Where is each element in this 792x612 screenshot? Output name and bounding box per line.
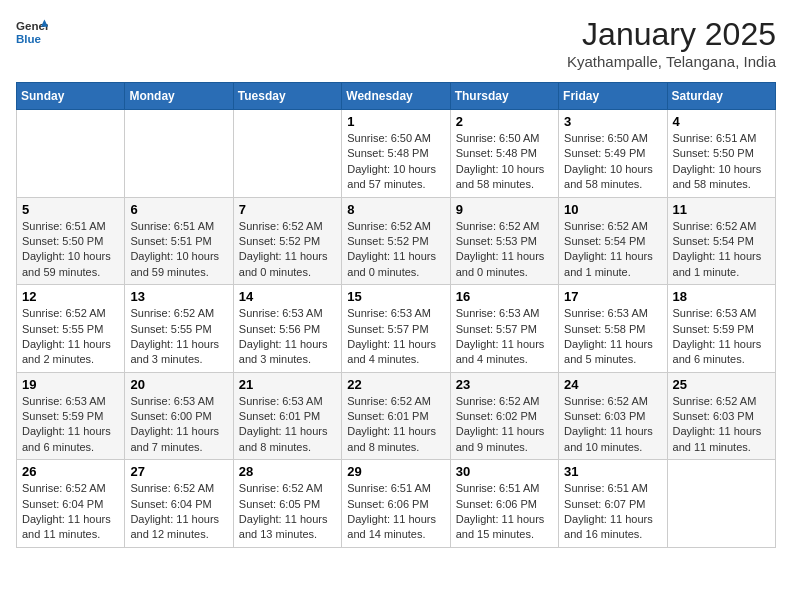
- day-info: Sunrise: 6:52 AMSunset: 6:03 PMDaylight:…: [673, 394, 770, 456]
- day-cell-23: 23Sunrise: 6:52 AMSunset: 6:02 PMDayligh…: [450, 372, 558, 460]
- day-cell-14: 14Sunrise: 6:53 AMSunset: 5:56 PMDayligh…: [233, 285, 341, 373]
- day-info: Sunrise: 6:50 AMSunset: 5:49 PMDaylight:…: [564, 131, 661, 193]
- day-info: Sunrise: 6:52 AMSunset: 6:04 PMDaylight:…: [22, 481, 119, 543]
- day-cell-15: 15Sunrise: 6:53 AMSunset: 5:57 PMDayligh…: [342, 285, 450, 373]
- svg-text:Blue: Blue: [16, 33, 42, 45]
- page-header: General Blue January 2025 Kyathampalle, …: [16, 16, 776, 70]
- day-cell-18: 18Sunrise: 6:53 AMSunset: 5:59 PMDayligh…: [667, 285, 775, 373]
- day-info: Sunrise: 6:53 AMSunset: 6:00 PMDaylight:…: [130, 394, 227, 456]
- dow-header-friday: Friday: [559, 83, 667, 110]
- day-number: 13: [130, 289, 227, 304]
- day-cell-21: 21Sunrise: 6:53 AMSunset: 6:01 PMDayligh…: [233, 372, 341, 460]
- day-info: Sunrise: 6:52 AMSunset: 6:04 PMDaylight:…: [130, 481, 227, 543]
- day-cell-16: 16Sunrise: 6:53 AMSunset: 5:57 PMDayligh…: [450, 285, 558, 373]
- day-info: Sunrise: 6:53 AMSunset: 5:57 PMDaylight:…: [347, 306, 444, 368]
- day-cell-3: 3Sunrise: 6:50 AMSunset: 5:49 PMDaylight…: [559, 110, 667, 198]
- day-info: Sunrise: 6:52 AMSunset: 5:55 PMDaylight:…: [130, 306, 227, 368]
- day-number: 31: [564, 464, 661, 479]
- day-number: 7: [239, 202, 336, 217]
- day-number: 8: [347, 202, 444, 217]
- day-info: Sunrise: 6:53 AMSunset: 5:58 PMDaylight:…: [564, 306, 661, 368]
- day-cell-7: 7Sunrise: 6:52 AMSunset: 5:52 PMDaylight…: [233, 197, 341, 285]
- day-number: 5: [22, 202, 119, 217]
- day-info: Sunrise: 6:50 AMSunset: 5:48 PMDaylight:…: [456, 131, 553, 193]
- day-info: Sunrise: 6:53 AMSunset: 6:01 PMDaylight:…: [239, 394, 336, 456]
- day-info: Sunrise: 6:51 AMSunset: 5:51 PMDaylight:…: [130, 219, 227, 281]
- day-info: Sunrise: 6:51 AMSunset: 6:06 PMDaylight:…: [347, 481, 444, 543]
- empty-cell: [233, 110, 341, 198]
- week-row-3: 12Sunrise: 6:52 AMSunset: 5:55 PMDayligh…: [17, 285, 776, 373]
- day-info: Sunrise: 6:53 AMSunset: 5:59 PMDaylight:…: [22, 394, 119, 456]
- day-info: Sunrise: 6:52 AMSunset: 5:52 PMDaylight:…: [347, 219, 444, 281]
- day-cell-28: 28Sunrise: 6:52 AMSunset: 6:05 PMDayligh…: [233, 460, 341, 548]
- dow-header-monday: Monday: [125, 83, 233, 110]
- day-info: Sunrise: 6:51 AMSunset: 6:06 PMDaylight:…: [456, 481, 553, 543]
- day-number: 11: [673, 202, 770, 217]
- day-info: Sunrise: 6:52 AMSunset: 5:54 PMDaylight:…: [564, 219, 661, 281]
- logo: General Blue: [16, 16, 48, 48]
- day-number: 4: [673, 114, 770, 129]
- day-number: 25: [673, 377, 770, 392]
- day-number: 27: [130, 464, 227, 479]
- days-of-week-row: SundayMondayTuesdayWednesdayThursdayFrid…: [17, 83, 776, 110]
- day-info: Sunrise: 6:50 AMSunset: 5:48 PMDaylight:…: [347, 131, 444, 193]
- day-cell-30: 30Sunrise: 6:51 AMSunset: 6:06 PMDayligh…: [450, 460, 558, 548]
- day-number: 9: [456, 202, 553, 217]
- day-number: 10: [564, 202, 661, 217]
- day-number: 3: [564, 114, 661, 129]
- day-cell-13: 13Sunrise: 6:52 AMSunset: 5:55 PMDayligh…: [125, 285, 233, 373]
- week-row-4: 19Sunrise: 6:53 AMSunset: 5:59 PMDayligh…: [17, 372, 776, 460]
- day-number: 15: [347, 289, 444, 304]
- dow-header-wednesday: Wednesday: [342, 83, 450, 110]
- dow-header-thursday: Thursday: [450, 83, 558, 110]
- day-cell-9: 9Sunrise: 6:52 AMSunset: 5:53 PMDaylight…: [450, 197, 558, 285]
- day-info: Sunrise: 6:51 AMSunset: 5:50 PMDaylight:…: [22, 219, 119, 281]
- day-cell-11: 11Sunrise: 6:52 AMSunset: 5:54 PMDayligh…: [667, 197, 775, 285]
- day-info: Sunrise: 6:52 AMSunset: 5:54 PMDaylight:…: [673, 219, 770, 281]
- logo-icon: General Blue: [16, 16, 48, 48]
- day-number: 14: [239, 289, 336, 304]
- day-cell-26: 26Sunrise: 6:52 AMSunset: 6:04 PMDayligh…: [17, 460, 125, 548]
- day-cell-6: 6Sunrise: 6:51 AMSunset: 5:51 PMDaylight…: [125, 197, 233, 285]
- day-cell-24: 24Sunrise: 6:52 AMSunset: 6:03 PMDayligh…: [559, 372, 667, 460]
- day-number: 24: [564, 377, 661, 392]
- day-cell-20: 20Sunrise: 6:53 AMSunset: 6:00 PMDayligh…: [125, 372, 233, 460]
- day-info: Sunrise: 6:52 AMSunset: 5:55 PMDaylight:…: [22, 306, 119, 368]
- day-cell-19: 19Sunrise: 6:53 AMSunset: 5:59 PMDayligh…: [17, 372, 125, 460]
- day-info: Sunrise: 6:53 AMSunset: 5:56 PMDaylight:…: [239, 306, 336, 368]
- day-info: Sunrise: 6:52 AMSunset: 5:53 PMDaylight:…: [456, 219, 553, 281]
- day-number: 2: [456, 114, 553, 129]
- calendar-table: SundayMondayTuesdayWednesdayThursdayFrid…: [16, 82, 776, 548]
- day-cell-22: 22Sunrise: 6:52 AMSunset: 6:01 PMDayligh…: [342, 372, 450, 460]
- week-row-1: 1Sunrise: 6:50 AMSunset: 5:48 PMDaylight…: [17, 110, 776, 198]
- day-number: 26: [22, 464, 119, 479]
- day-cell-1: 1Sunrise: 6:50 AMSunset: 5:48 PMDaylight…: [342, 110, 450, 198]
- day-number: 17: [564, 289, 661, 304]
- day-cell-31: 31Sunrise: 6:51 AMSunset: 6:07 PMDayligh…: [559, 460, 667, 548]
- day-info: Sunrise: 6:52 AMSunset: 6:03 PMDaylight:…: [564, 394, 661, 456]
- day-number: 18: [673, 289, 770, 304]
- day-number: 21: [239, 377, 336, 392]
- day-cell-5: 5Sunrise: 6:51 AMSunset: 5:50 PMDaylight…: [17, 197, 125, 285]
- day-cell-4: 4Sunrise: 6:51 AMSunset: 5:50 PMDaylight…: [667, 110, 775, 198]
- day-number: 22: [347, 377, 444, 392]
- day-info: Sunrise: 6:52 AMSunset: 6:05 PMDaylight:…: [239, 481, 336, 543]
- day-info: Sunrise: 6:52 AMSunset: 6:02 PMDaylight:…: [456, 394, 553, 456]
- day-number: 16: [456, 289, 553, 304]
- day-cell-12: 12Sunrise: 6:52 AMSunset: 5:55 PMDayligh…: [17, 285, 125, 373]
- day-number: 28: [239, 464, 336, 479]
- day-number: 6: [130, 202, 227, 217]
- day-info: Sunrise: 6:53 AMSunset: 5:59 PMDaylight:…: [673, 306, 770, 368]
- day-cell-29: 29Sunrise: 6:51 AMSunset: 6:06 PMDayligh…: [342, 460, 450, 548]
- month-title: January 2025: [567, 16, 776, 53]
- day-info: Sunrise: 6:51 AMSunset: 6:07 PMDaylight:…: [564, 481, 661, 543]
- day-cell-17: 17Sunrise: 6:53 AMSunset: 5:58 PMDayligh…: [559, 285, 667, 373]
- title-block: January 2025 Kyathampalle, Telangana, In…: [567, 16, 776, 70]
- location-subtitle: Kyathampalle, Telangana, India: [567, 53, 776, 70]
- day-info: Sunrise: 6:52 AMSunset: 6:01 PMDaylight:…: [347, 394, 444, 456]
- empty-cell: [667, 460, 775, 548]
- day-number: 19: [22, 377, 119, 392]
- dow-header-sunday: Sunday: [17, 83, 125, 110]
- week-row-2: 5Sunrise: 6:51 AMSunset: 5:50 PMDaylight…: [17, 197, 776, 285]
- day-number: 20: [130, 377, 227, 392]
